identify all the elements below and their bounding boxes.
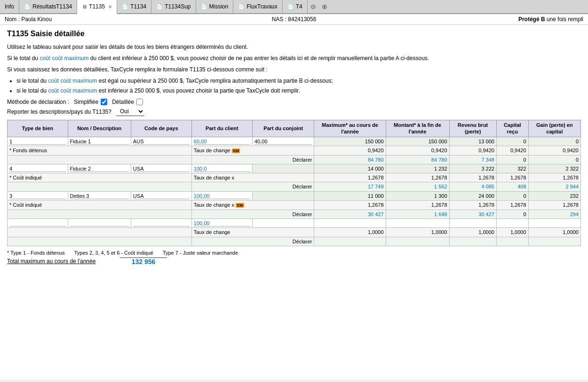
input-pays-1[interactable] (133, 139, 190, 145)
total-row: Total maximum au cours de l'année 132 95… (7, 257, 581, 265)
cell-gain-2: 2 322 (528, 164, 580, 173)
tab-nav-forward[interactable]: ⊕ (319, 0, 330, 13)
declarer-empty-1 (8, 237, 192, 246)
input-conjoint-1[interactable] (254, 139, 312, 145)
input-nom-3[interactable] (70, 193, 129, 199)
cell-client-1[interactable] (191, 137, 252, 146)
table-row-sub: * Coût indiqué Taux de change x XM 1,267… (8, 201, 581, 210)
cell-client-3[interactable] (191, 191, 252, 200)
nas-label: NAS : 842413056 (272, 16, 317, 23)
tab-t1134sup[interactable]: 📄 T1134Sup (151, 0, 196, 13)
input-pays-3[interactable] (133, 193, 190, 199)
cell-type-1[interactable] (8, 137, 68, 146)
desc3: Si vous saisissez les données détaillées… (7, 65, 581, 74)
sub-taux-montant-2: 1,2678 (386, 173, 449, 182)
tab-fluxtravaux[interactable]: 📄 FluxTravaux (233, 0, 283, 13)
cell-revenu-empty (449, 219, 496, 228)
tab-t1135-close[interactable]: ✕ (108, 4, 112, 9)
input-pays-2[interactable] (133, 166, 190, 172)
sub-taux-capital-empty: 1,0000 (496, 228, 528, 237)
declarer-max-2: 17 749 (314, 182, 386, 191)
cell-type-3[interactable] (8, 191, 68, 200)
tab-resultats[interactable]: 📄 RésultatsT1134 (19, 0, 77, 13)
cell-montant-empty (386, 219, 449, 228)
cell-montant-2: 1 232 (386, 164, 449, 173)
sub-taux-gain-empty: 1,0000 (528, 228, 580, 237)
declarer-text-3: Déclarer (191, 210, 314, 218)
sub-taux-revenu-2: 1,2678 (449, 173, 496, 182)
cell-pays-1[interactable] (131, 137, 191, 146)
declarer-max-3: 30 427 (314, 210, 386, 218)
cell-type-2[interactable] (8, 164, 68, 173)
cell-gain-3: 232 (528, 191, 580, 200)
sub-taux-revenu-3: 1,2678 (449, 201, 496, 210)
tab-bar: Info 📄 RésultatsT1134 🖥 T1135 ✕ 📄 T1134 … (0, 0, 588, 14)
input-client-3[interactable] (194, 193, 250, 199)
tab-t1135-label: T1135 (89, 3, 105, 10)
tab-t1134sup-icon: 📄 (156, 4, 163, 10)
info-bar: Nom : Paula Kinou NAS : 842413056 Protég… (0, 14, 588, 25)
cell-max-3: 11 000 (314, 191, 386, 200)
input-nom-empty[interactable] (70, 220, 129, 226)
declarer-revenu-2: 4 085 (449, 182, 496, 191)
input-pays-empty[interactable] (133, 220, 190, 226)
tab-nav-back[interactable]: ⊖ (308, 0, 319, 13)
input-type-1[interactable] (9, 139, 66, 145)
input-client-2[interactable] (194, 166, 250, 172)
cell-pays-3[interactable] (131, 191, 191, 200)
sub-taux-gain-2: 1,2678 (528, 173, 580, 182)
sub-label-2: * Coût indiqué (8, 173, 192, 182)
cell-nom-1[interactable] (68, 137, 131, 146)
declarer-capital-empty (496, 237, 528, 246)
tab-t4[interactable]: 📄 T4 (283, 0, 308, 13)
cell-max-empty (314, 219, 386, 228)
input-type-2[interactable] (9, 166, 66, 172)
cell-nom-2[interactable] (68, 164, 131, 173)
cell-client-2[interactable] (191, 164, 252, 173)
tab-info[interactable]: Info (0, 0, 19, 13)
sub-taux-max-1: 0,9420 (314, 146, 386, 155)
cell-nom-3[interactable] (68, 191, 131, 200)
legend3: Type 7 - Juste valeur marchande (163, 250, 238, 256)
tab-fluxtravaux-icon: 📄 (238, 4, 245, 10)
declarer-text-1: Déclarer (191, 155, 314, 164)
input-nom-2[interactable] (70, 166, 129, 172)
input-client-1[interactable] (194, 139, 250, 145)
sub-taux-max-empty: 1,0000 (314, 228, 386, 237)
cell-conjoint-1[interactable] (252, 137, 314, 146)
main-content: T1135 Saisie détaillée Utilisez le table… (0, 25, 588, 380)
tab-t1134[interactable]: 📄 T1134 (117, 0, 151, 13)
sub-taux-gain-1: 0,9420 (528, 146, 580, 155)
input-type-empty[interactable] (9, 220, 66, 226)
cell-nom-empty[interactable] (68, 219, 131, 228)
input-type-3[interactable] (9, 193, 66, 199)
tab-t1135[interactable]: 🖥 T1135 ✕ (77, 0, 117, 14)
table-row-declared: Déclarer 17 749 1 562 4 085 408 2 944 (8, 182, 581, 191)
table-row-sub: * Coût indiqué Taux de change x 1,2678 1… (8, 173, 581, 182)
input-client-empty[interactable] (194, 220, 250, 226)
reporter-select[interactable]: Oui Non (116, 107, 144, 116)
th-code-pays: Code de pays (131, 120, 191, 137)
cell-pays-empty[interactable] (131, 219, 191, 228)
sub-taux-capital-1: 0,9420 (496, 146, 528, 155)
detaillee-checkbox[interactable] (136, 99, 143, 105)
cell-pays-2[interactable] (131, 164, 191, 173)
cell-client-empty[interactable] (191, 219, 252, 228)
tab-mission[interactable]: 📄 Mission (196, 0, 234, 13)
simplifiee-checkbox[interactable] (101, 99, 107, 105)
declarer-montant-2: 1 562 (386, 182, 449, 191)
legend1: * Type 1 - Fonds détenus (7, 250, 65, 256)
page-title: T1135 Saisie détaillée (7, 30, 581, 38)
sub-taux-montant-empty: 1,0000 (386, 228, 449, 237)
sub-taux-max-2: 1,2678 (314, 173, 386, 182)
sub-label-empty (8, 228, 192, 237)
declarer-text-empty: Déclarer (191, 237, 314, 246)
cell-revenu-1: 13 000 (449, 137, 496, 146)
cell-type-empty[interactable] (8, 219, 68, 228)
sub-taux-revenu-empty: 1,0000 (449, 228, 496, 237)
th-gain-perte: Gain (perte) en capital (528, 120, 580, 137)
data-table: Type de bien Nom / Description Code de p… (7, 120, 581, 246)
input-nom-1[interactable] (70, 139, 129, 145)
desc2: Si le total du coût coût maximum du clie… (7, 54, 581, 62)
protege-field: Protégé B une fois rempli (397, 16, 583, 23)
